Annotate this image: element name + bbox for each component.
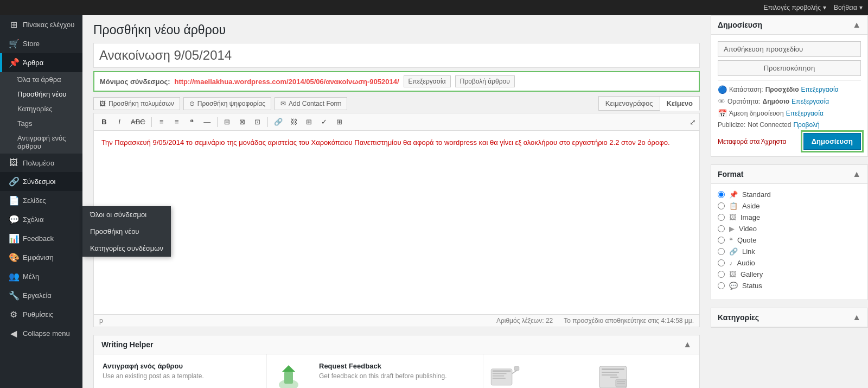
format-radio-image[interactable]	[718, 214, 725, 221]
format-radio-video[interactable]	[718, 225, 725, 232]
fmt-align-left[interactable]: ⊟	[220, 116, 234, 128]
post-title-input[interactable]	[93, 43, 700, 68]
permalink-edit-btn[interactable]: Επεξεργασία	[404, 75, 451, 87]
sidebar-item-media[interactable]: 🖼 Πολυμέσα	[0, 154, 82, 172]
sidebar-item-feedback[interactable]: 📊 Feedback	[0, 229, 82, 248]
fmt-unlink[interactable]: ⛓	[287, 116, 301, 128]
categories-panel-toggle[interactable]: ▲	[852, 313, 861, 322]
sidebar-item-appearance[interactable]: 🎨 Εμφάνιση	[0, 248, 82, 267]
add-media-btn[interactable]: 🖼 Προσθήκη πολυμέσων	[93, 97, 180, 110]
wh-col2-title: Request Feedback	[319, 362, 474, 370]
format-icon-status: 💬	[729, 282, 738, 290]
sidebar-item-articles[interactable]: 📌 Άρθρα	[0, 53, 82, 72]
fmt-expand-btn[interactable]: ⤢	[690, 118, 696, 126]
trash-link[interactable]: Μεταφορά στα Άχρηστα	[718, 138, 787, 145]
fmt-sep2	[217, 117, 218, 127]
sidebar-item-add-new[interactable]: Προσθήκη νέου	[0, 87, 82, 101]
members-icon: 👥	[9, 271, 18, 282]
calendar-icon: 📅	[718, 109, 727, 118]
sidebar-item-members[interactable]: 👥 Μέλη	[0, 267, 82, 286]
writing-helper-toggle[interactable]: ▲	[683, 340, 692, 349]
sidebar-item-collapse[interactable]: ◀ Collapse menu	[0, 324, 82, 343]
fmt-ul[interactable]: ≡	[155, 116, 169, 128]
sidebar-item-settings[interactable]: ⚙ Ρυθμίσεις	[0, 305, 82, 324]
tab-visual[interactable]: Κειμενογράφος	[598, 96, 660, 111]
visibility-edit-link[interactable]: Επεξεργασία	[792, 98, 829, 105]
date-edit-link[interactable]: Επεξεργασία	[786, 110, 824, 117]
sidebar-item-tags[interactable]: Tags	[0, 116, 82, 131]
dropdown-item-link-categories[interactable]: Κατηγορίες συνδέσμων	[82, 240, 171, 257]
fmt-spell-check[interactable]: ✓	[317, 116, 331, 128]
permalink-view-btn[interactable]: Προβολή άρθρου	[455, 75, 515, 87]
wh-icon2	[483, 354, 527, 388]
publish-panel: Δημοσίευση ▲ Αποθήκευση προσχεδίου Προεπ…	[711, 15, 868, 157]
svg-rect-9	[514, 367, 519, 371]
format-radio-status[interactable]	[718, 282, 725, 289]
fmt-align-right[interactable]: ⊡	[251, 116, 265, 128]
fmt-link[interactable]: 🔗	[271, 116, 286, 128]
fmt-fullscreen[interactable]: ⊞	[333, 116, 347, 128]
add-contact-btn[interactable]: ✉ Add Contact Form	[275, 97, 347, 110]
format-radio-aside[interactable]	[718, 202, 725, 209]
fmt-blockquote[interactable]: ❝	[185, 116, 199, 128]
visibility-icon: 👁	[718, 97, 725, 106]
status-edit-link[interactable]: Επεξεργασία	[801, 86, 839, 93]
format-icon-standard: 📌	[729, 190, 738, 199]
format-panel-toggle[interactable]: ▲	[852, 169, 861, 179]
date-row: 📅 Άμεση δημοσίευση Επεξεργασία	[718, 109, 861, 118]
permalink-url[interactable]: http://maellakhua.wordpress.com/2014/05/…	[175, 78, 399, 86]
format-option-status: 💬Status	[718, 282, 861, 290]
view-options-btn[interactable]: Επιλογές προβολής ▾	[764, 4, 827, 11]
publicize-link[interactable]: Προβολή	[793, 121, 819, 129]
sidebar-item-store[interactable]: 🛒 Store	[0, 34, 82, 53]
writing-helper: Writing Helper ▲ Αντιγραφή ενός άρθρου U…	[93, 335, 700, 388]
sidebar-item-dashboard[interactable]: ⊞ Πίνακας ελέγχου	[0, 15, 82, 34]
format-radio-link[interactable]	[718, 248, 725, 255]
help-btn[interactable]: Βοήθεια ▾	[834, 4, 863, 11]
sidebar-item-all-articles[interactable]: Όλα τα άρθρα	[0, 72, 82, 87]
fmt-hr[interactable]: —	[200, 116, 214, 128]
editor-content: Την Παρασκευή 9/05/2014 το σεμινάριο της…	[101, 137, 692, 149]
svg-rect-15	[616, 379, 627, 387]
fmt-italic[interactable]: I	[112, 116, 126, 128]
dropdown-item-add-new[interactable]: Προσθήκη νέου	[82, 223, 171, 240]
svg-rect-5	[493, 373, 507, 374]
writing-helper-header: Writing Helper ▲	[94, 335, 699, 354]
dashboard-icon: ⊞	[9, 20, 18, 30]
sidebar-item-categories[interactable]: Κατηγορίες	[0, 101, 82, 116]
format-option-audio: ♪Audio	[718, 259, 861, 267]
sidebar-item-copy-article[interactable]: Αντιγραφή ενός άρθρου	[0, 131, 82, 154]
fmt-insert-table[interactable]: ⊞	[302, 116, 316, 128]
save-draft-btn[interactable]: Αποθήκευση προσχεδίου	[718, 41, 861, 57]
tab-text[interactable]: Κείμενο	[660, 96, 700, 111]
fmt-ol[interactable]: ≡	[170, 116, 184, 128]
categories-panel-header: Κατηγορίες ▲	[711, 308, 867, 327]
fmt-bold[interactable]: B	[97, 116, 111, 128]
collapse-icon: ◀	[9, 328, 18, 339]
fmt-strikethrough[interactable]: ABC	[127, 116, 149, 128]
dropdown-item-all-links[interactable]: Όλοι οι σύνδεσμοι	[82, 206, 171, 223]
appearance-icon: 🎨	[9, 252, 18, 263]
links-icon: 🔗	[9, 176, 18, 187]
add-poll-btn[interactable]: ⊙ Προσθήκη ψηφοφορίας	[183, 97, 271, 110]
sidebar-item-tools[interactable]: 🔧 Εργαλεία	[0, 286, 82, 305]
publish-row: Μεταφορά στα Άχρηστα Δημοσίευση	[718, 133, 861, 150]
format-radio-standard[interactable]	[718, 191, 725, 198]
format-radio-audio[interactable]	[718, 259, 725, 266]
sidebar-item-links[interactable]: 🔗 Σύνδεσμοι	[0, 172, 82, 191]
svg-rect-11	[602, 368, 624, 370]
sidebar-item-comments[interactable]: 💬 Σχόλια	[0, 210, 82, 229]
format-icon-audio: ♪	[729, 259, 733, 267]
format-radio-gallery[interactable]	[718, 271, 725, 278]
format-radio-quote[interactable]	[718, 237, 725, 244]
fmt-align-center[interactable]: ⊠	[235, 116, 250, 128]
preview-btn[interactable]: Προεπισκόπηση	[718, 60, 861, 76]
sidebar-item-pages[interactable]: 📄 Σελίδες	[0, 191, 82, 210]
top-bar: Επιλογές προβολής ▾ Βοήθεια ▾	[0, 0, 868, 15]
editor-area[interactable]: Την Παρασκευή 9/05/2014 το σεμινάριο της…	[93, 130, 700, 315]
format-label-video: Video	[739, 225, 757, 233]
publish-panel-toggle[interactable]: ▲	[852, 20, 861, 30]
wh-col3	[527, 354, 699, 388]
status-row: 🔵 Κατάσταση: Προσχέδιο Επεξεργασία	[718, 85, 861, 94]
publish-btn[interactable]: Δημοσίευση	[803, 133, 861, 150]
